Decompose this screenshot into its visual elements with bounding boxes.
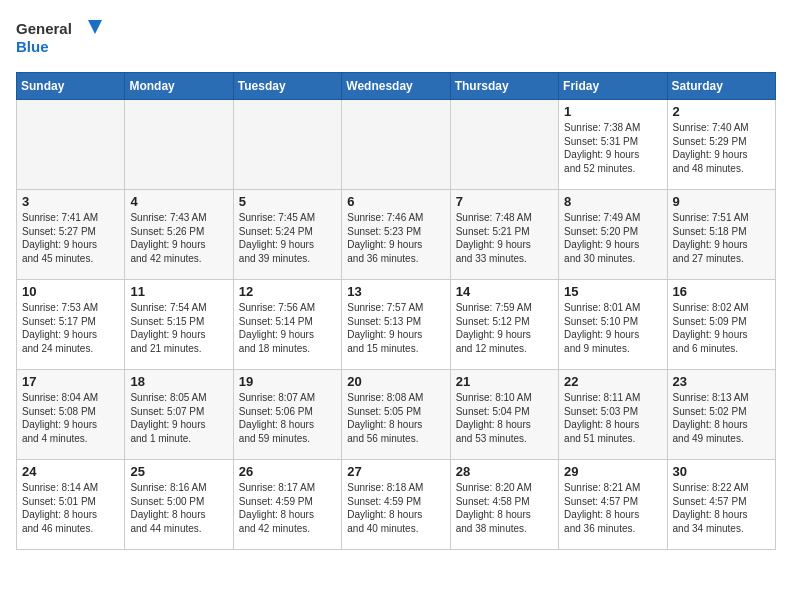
day-number: 16 xyxy=(673,284,770,299)
cell-info: Sunrise: 8:14 AM Sunset: 5:01 PM Dayligh… xyxy=(22,481,119,535)
day-number: 26 xyxy=(239,464,336,479)
calendar-cell xyxy=(342,100,450,190)
week-row-4: 17Sunrise: 8:04 AM Sunset: 5:08 PM Dayli… xyxy=(17,370,776,460)
calendar-cell: 16Sunrise: 8:02 AM Sunset: 5:09 PM Dayli… xyxy=(667,280,775,370)
day-number: 2 xyxy=(673,104,770,119)
cell-info: Sunrise: 7:53 AM Sunset: 5:17 PM Dayligh… xyxy=(22,301,119,355)
day-number: 25 xyxy=(130,464,227,479)
week-row-1: 1Sunrise: 7:38 AM Sunset: 5:31 PM Daylig… xyxy=(17,100,776,190)
header-row: SundayMondayTuesdayWednesdayThursdayFrid… xyxy=(17,73,776,100)
day-number: 20 xyxy=(347,374,444,389)
logo: General Blue xyxy=(16,16,106,60)
day-number: 7 xyxy=(456,194,553,209)
day-number: 11 xyxy=(130,284,227,299)
day-number: 17 xyxy=(22,374,119,389)
day-number: 10 xyxy=(22,284,119,299)
calendar-cell: 7Sunrise: 7:48 AM Sunset: 5:21 PM Daylig… xyxy=(450,190,558,280)
day-number: 15 xyxy=(564,284,661,299)
day-number: 22 xyxy=(564,374,661,389)
day-number: 9 xyxy=(673,194,770,209)
col-header-sunday: Sunday xyxy=(17,73,125,100)
calendar-cell: 18Sunrise: 8:05 AM Sunset: 5:07 PM Dayli… xyxy=(125,370,233,460)
cell-info: Sunrise: 7:57 AM Sunset: 5:13 PM Dayligh… xyxy=(347,301,444,355)
col-header-tuesday: Tuesday xyxy=(233,73,341,100)
calendar-cell: 28Sunrise: 8:20 AM Sunset: 4:58 PM Dayli… xyxy=(450,460,558,550)
calendar-cell: 12Sunrise: 7:56 AM Sunset: 5:14 PM Dayli… xyxy=(233,280,341,370)
cell-info: Sunrise: 8:02 AM Sunset: 5:09 PM Dayligh… xyxy=(673,301,770,355)
day-number: 24 xyxy=(22,464,119,479)
day-number: 12 xyxy=(239,284,336,299)
day-number: 30 xyxy=(673,464,770,479)
day-number: 3 xyxy=(22,194,119,209)
col-header-wednesday: Wednesday xyxy=(342,73,450,100)
cell-info: Sunrise: 8:04 AM Sunset: 5:08 PM Dayligh… xyxy=(22,391,119,445)
calendar-cell xyxy=(17,100,125,190)
calendar-cell: 24Sunrise: 8:14 AM Sunset: 5:01 PM Dayli… xyxy=(17,460,125,550)
calendar-cell: 19Sunrise: 8:07 AM Sunset: 5:06 PM Dayli… xyxy=(233,370,341,460)
cell-info: Sunrise: 7:46 AM Sunset: 5:23 PM Dayligh… xyxy=(347,211,444,265)
cell-info: Sunrise: 7:41 AM Sunset: 5:27 PM Dayligh… xyxy=(22,211,119,265)
calendar-cell: 2Sunrise: 7:40 AM Sunset: 5:29 PM Daylig… xyxy=(667,100,775,190)
calendar-cell: 8Sunrise: 7:49 AM Sunset: 5:20 PM Daylig… xyxy=(559,190,667,280)
cell-info: Sunrise: 8:11 AM Sunset: 5:03 PM Dayligh… xyxy=(564,391,661,445)
calendar-cell: 3Sunrise: 7:41 AM Sunset: 5:27 PM Daylig… xyxy=(17,190,125,280)
day-number: 27 xyxy=(347,464,444,479)
day-number: 28 xyxy=(456,464,553,479)
calendar-cell: 4Sunrise: 7:43 AM Sunset: 5:26 PM Daylig… xyxy=(125,190,233,280)
week-row-2: 3Sunrise: 7:41 AM Sunset: 5:27 PM Daylig… xyxy=(17,190,776,280)
cell-info: Sunrise: 7:40 AM Sunset: 5:29 PM Dayligh… xyxy=(673,121,770,175)
svg-text:General: General xyxy=(16,20,72,37)
calendar-cell xyxy=(125,100,233,190)
cell-info: Sunrise: 7:51 AM Sunset: 5:18 PM Dayligh… xyxy=(673,211,770,265)
calendar-cell: 27Sunrise: 8:18 AM Sunset: 4:59 PM Dayli… xyxy=(342,460,450,550)
calendar-cell: 23Sunrise: 8:13 AM Sunset: 5:02 PM Dayli… xyxy=(667,370,775,460)
cell-info: Sunrise: 8:05 AM Sunset: 5:07 PM Dayligh… xyxy=(130,391,227,445)
calendar-cell: 26Sunrise: 8:17 AM Sunset: 4:59 PM Dayli… xyxy=(233,460,341,550)
cell-info: Sunrise: 8:18 AM Sunset: 4:59 PM Dayligh… xyxy=(347,481,444,535)
svg-text:Blue: Blue xyxy=(16,38,49,55)
day-number: 18 xyxy=(130,374,227,389)
cell-info: Sunrise: 8:20 AM Sunset: 4:58 PM Dayligh… xyxy=(456,481,553,535)
col-header-saturday: Saturday xyxy=(667,73,775,100)
calendar-cell: 22Sunrise: 8:11 AM Sunset: 5:03 PM Dayli… xyxy=(559,370,667,460)
svg-marker-2 xyxy=(88,20,102,34)
page-header: General Blue xyxy=(16,16,776,60)
day-number: 21 xyxy=(456,374,553,389)
calendar-cell: 15Sunrise: 8:01 AM Sunset: 5:10 PM Dayli… xyxy=(559,280,667,370)
cell-info: Sunrise: 8:16 AM Sunset: 5:00 PM Dayligh… xyxy=(130,481,227,535)
col-header-monday: Monday xyxy=(125,73,233,100)
cell-info: Sunrise: 8:10 AM Sunset: 5:04 PM Dayligh… xyxy=(456,391,553,445)
day-number: 13 xyxy=(347,284,444,299)
day-number: 23 xyxy=(673,374,770,389)
cell-info: Sunrise: 8:07 AM Sunset: 5:06 PM Dayligh… xyxy=(239,391,336,445)
day-number: 6 xyxy=(347,194,444,209)
cell-info: Sunrise: 7:56 AM Sunset: 5:14 PM Dayligh… xyxy=(239,301,336,355)
week-row-5: 24Sunrise: 8:14 AM Sunset: 5:01 PM Dayli… xyxy=(17,460,776,550)
calendar-cell: 29Sunrise: 8:21 AM Sunset: 4:57 PM Dayli… xyxy=(559,460,667,550)
calendar-cell: 25Sunrise: 8:16 AM Sunset: 5:00 PM Dayli… xyxy=(125,460,233,550)
cell-info: Sunrise: 7:59 AM Sunset: 5:12 PM Dayligh… xyxy=(456,301,553,355)
calendar-cell xyxy=(450,100,558,190)
day-number: 4 xyxy=(130,194,227,209)
day-number: 8 xyxy=(564,194,661,209)
calendar-cell: 14Sunrise: 7:59 AM Sunset: 5:12 PM Dayli… xyxy=(450,280,558,370)
calendar-cell: 11Sunrise: 7:54 AM Sunset: 5:15 PM Dayli… xyxy=(125,280,233,370)
cell-info: Sunrise: 8:17 AM Sunset: 4:59 PM Dayligh… xyxy=(239,481,336,535)
calendar-cell: 30Sunrise: 8:22 AM Sunset: 4:57 PM Dayli… xyxy=(667,460,775,550)
calendar-cell: 1Sunrise: 7:38 AM Sunset: 5:31 PM Daylig… xyxy=(559,100,667,190)
day-number: 19 xyxy=(239,374,336,389)
cell-info: Sunrise: 7:54 AM Sunset: 5:15 PM Dayligh… xyxy=(130,301,227,355)
calendar-cell: 10Sunrise: 7:53 AM Sunset: 5:17 PM Dayli… xyxy=(17,280,125,370)
day-number: 5 xyxy=(239,194,336,209)
cell-info: Sunrise: 7:48 AM Sunset: 5:21 PM Dayligh… xyxy=(456,211,553,265)
calendar-cell: 13Sunrise: 7:57 AM Sunset: 5:13 PM Dayli… xyxy=(342,280,450,370)
day-number: 1 xyxy=(564,104,661,119)
day-number: 14 xyxy=(456,284,553,299)
day-number: 29 xyxy=(564,464,661,479)
cell-info: Sunrise: 7:43 AM Sunset: 5:26 PM Dayligh… xyxy=(130,211,227,265)
cell-info: Sunrise: 8:22 AM Sunset: 4:57 PM Dayligh… xyxy=(673,481,770,535)
calendar-cell: 17Sunrise: 8:04 AM Sunset: 5:08 PM Dayli… xyxy=(17,370,125,460)
week-row-3: 10Sunrise: 7:53 AM Sunset: 5:17 PM Dayli… xyxy=(17,280,776,370)
calendar-cell: 6Sunrise: 7:46 AM Sunset: 5:23 PM Daylig… xyxy=(342,190,450,280)
calendar-cell xyxy=(233,100,341,190)
